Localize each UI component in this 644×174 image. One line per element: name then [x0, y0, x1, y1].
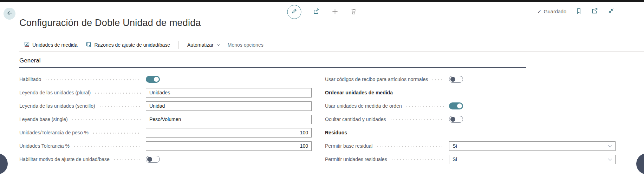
dotted-leader — [391, 159, 444, 160]
open-in-new-window-button[interactable] — [591, 7, 598, 15]
subsection-header: Residuos — [325, 126, 616, 139]
share-button[interactable] — [312, 8, 320, 16]
action-label: Menos opciones — [228, 42, 264, 48]
toolbar-separator — [178, 41, 179, 49]
fields-column-left: Habilitado Leyenda de las unidades (plur… — [19, 73, 312, 166]
field-row: Habilitado — [19, 73, 312, 86]
section-underline — [19, 67, 526, 68]
header-right-area: ✓ Guardado — [537, 7, 614, 15]
field-label: Usar códigos de recibo para artículos no… — [325, 76, 431, 82]
input-leyenda-base-single[interactable] — [146, 115, 312, 124]
field-label: Unidades/Tolerancia de peso % — [19, 130, 91, 135]
record-toolbar — [287, 5, 357, 19]
dotted-leader — [390, 119, 444, 120]
toggle-habilitado[interactable] — [146, 76, 160, 83]
input-leyenda-unidades-plural[interactable] — [146, 88, 312, 98]
action-label: Unidades de medida — [32, 42, 77, 48]
collapse-button[interactable] — [607, 7, 614, 15]
page-title: Configuración de Doble Unidad de medida — [19, 18, 201, 28]
field-row: Usar unidades de medida de orden — [325, 99, 616, 113]
toggle-usar-codigos-recibo[interactable] — [449, 76, 463, 83]
prev-page-button[interactable]: ‹ — [0, 153, 8, 174]
share-icon — [312, 8, 320, 16]
toggle-knob — [154, 77, 159, 82]
fields-column-right: Usar códigos de recibo para artículos no… — [325, 73, 616, 166]
dotted-leader — [45, 79, 141, 80]
toggle-knob — [450, 77, 455, 82]
field-label: Unidades Tolerancia % — [19, 143, 72, 149]
dotted-leader — [113, 159, 141, 160]
field-label: Habilitado — [19, 76, 44, 82]
arrow-left-icon — [6, 10, 13, 18]
dotted-leader — [73, 146, 141, 147]
input-leyenda-unidades-sencillo[interactable] — [146, 101, 312, 111]
dotted-leader — [92, 133, 141, 134]
subsection-title: Ordenar unidades de medida — [325, 90, 393, 95]
chevron-down-icon — [608, 143, 612, 147]
field-row: Leyenda de las unidades (plural) — [19, 86, 312, 99]
adjustment-reasons-icon — [86, 41, 92, 48]
field-row: Habilitar motivo de ajuste de unidad/bas… — [19, 153, 312, 166]
action-razones-de-ajuste[interactable]: Razones de ajuste de unidad/base — [86, 41, 170, 48]
field-label: Leyenda de las unidades (sencillo) — [19, 103, 98, 109]
bookmark-icon — [575, 8, 582, 15]
pencil-icon — [291, 8, 298, 16]
next-page-button[interactable]: › — [636, 153, 644, 174]
trash-icon — [350, 8, 357, 16]
field-label: Permitir unidades residuales — [325, 156, 390, 162]
dotted-leader — [405, 106, 444, 107]
chevron-down-icon — [217, 42, 220, 46]
save-status: ✓ Guardado — [537, 8, 566, 15]
collapse-arrows-icon — [607, 7, 614, 15]
subsection-header: Ordenar unidades de medida — [325, 86, 616, 99]
fields-area: Habilitado Leyenda de las unidades (plur… — [19, 73, 616, 166]
section-header-general[interactable]: General — [19, 57, 40, 64]
field-row: Permitir unidades residuales Sí — [325, 153, 616, 166]
toggle-knob — [457, 103, 462, 108]
field-row: Ocultar cantidad y unidades — [325, 113, 616, 126]
delete-button[interactable] — [350, 8, 357, 16]
dotted-leader — [71, 119, 141, 120]
action-bar: Unidades de medida Razones de ajuste de … — [19, 38, 644, 52]
field-row: Unidades/Tolerancia de peso % — [19, 126, 312, 139]
toggle-ocultar-cantidad[interactable] — [449, 116, 463, 123]
dotted-leader — [99, 106, 141, 107]
toggle-habilitar-motivo-ajuste[interactable] — [146, 156, 160, 163]
action-menos-opciones[interactable]: Menos opciones — [228, 42, 264, 48]
field-row: Leyenda de las unidades (sencillo) — [19, 99, 312, 113]
action-unidades-de-medida[interactable]: Unidades de medida — [24, 41, 77, 48]
toggle-knob — [450, 117, 455, 122]
toggle-usar-unidades-orden[interactable] — [449, 102, 463, 109]
edit-button[interactable] — [287, 5, 301, 19]
select-value: Sí — [453, 143, 457, 149]
bookmark-button[interactable] — [575, 8, 582, 15]
input-tolerancia-peso[interactable] — [146, 128, 312, 138]
action-label: Automatizar — [187, 42, 214, 48]
field-label: Usar unidades de medida de orden — [325, 103, 405, 109]
save-status-label: Guardado — [544, 9, 567, 14]
plus-icon — [331, 8, 339, 16]
select-permitir-unidades-residuales[interactable]: Sí — [449, 155, 616, 164]
units-of-measure-icon — [24, 41, 30, 48]
subsection-title: Residuos — [325, 130, 347, 135]
input-unidades-tolerancia[interactable] — [146, 141, 312, 151]
field-row: Usar códigos de recibo para artículos no… — [325, 73, 616, 86]
field-row: Unidades Tolerancia % — [19, 139, 312, 153]
field-row: Leyenda base (single) — [19, 113, 312, 126]
field-label: Ocultar cantidad y unidades — [325, 116, 389, 122]
action-automatizar[interactable]: Automatizar — [187, 42, 219, 48]
dotted-leader — [376, 146, 444, 147]
dotted-leader — [431, 79, 444, 80]
popout-icon — [591, 7, 598, 15]
select-permitir-base-residual[interactable]: Sí — [449, 141, 616, 151]
back-button[interactable] — [4, 8, 15, 20]
field-row: Permitir base residual Sí — [325, 139, 616, 153]
select-value: Sí — [453, 156, 457, 162]
chevron-down-icon — [608, 157, 612, 161]
field-label: Leyenda de las unidades (plural) — [19, 90, 93, 95]
new-button[interactable] — [331, 8, 339, 16]
top-border-strip — [0, 0, 644, 2]
field-label: Leyenda base (single) — [19, 116, 71, 122]
field-label: Permitir base residual — [325, 143, 375, 149]
check-icon: ✓ — [537, 8, 542, 15]
